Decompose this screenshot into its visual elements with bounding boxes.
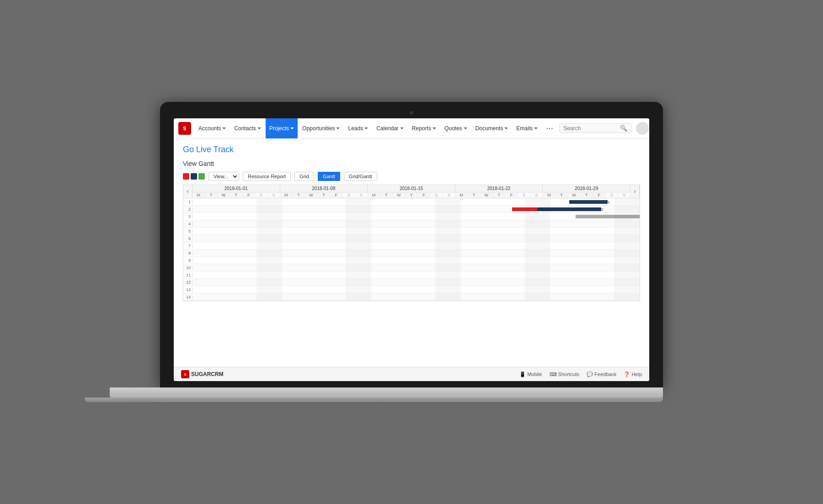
gantt-row: 55: [183, 228, 640, 235]
nav-projects[interactable]: Projects: [266, 118, 298, 138]
app-logo[interactable]: S: [178, 122, 191, 135]
weekend-shade: [435, 257, 448, 264]
weekend-shade: [269, 213, 282, 220]
shortcuts-icon: ⌨: [550, 371, 557, 377]
nav-documents[interactable]: Documents: [472, 118, 512, 138]
tab-gantt[interactable]: Gantt: [318, 172, 340, 181]
weekend-shade: [448, 242, 461, 249]
day-cell: M: [280, 192, 293, 198]
day-cell: W: [218, 192, 230, 198]
weekend-shade: [614, 279, 627, 286]
day-cell: T: [405, 192, 417, 198]
row-content: 9: [192, 257, 640, 264]
weekend-shade: [614, 220, 627, 227]
nav-more[interactable]: ⋯: [542, 118, 557, 138]
nav-opportunities[interactable]: Opportunities: [299, 118, 343, 138]
weekend-shade: [537, 213, 550, 220]
feedback-icon: 💬: [587, 371, 593, 377]
weekend-shade: [435, 249, 448, 256]
weekend-shade: [358, 228, 371, 234]
weekend-shade: [448, 264, 461, 271]
weekend-shade: [269, 235, 282, 242]
view-toolbar: View... Resource Report Grid Gantt Grid/…: [183, 172, 640, 181]
weekend-shade: [257, 206, 269, 212]
tab-resource-report[interactable]: Resource Report: [243, 172, 291, 181]
weekend-shade: [537, 242, 550, 249]
tab-grid-gantt[interactable]: Grid/Gantt: [344, 172, 377, 181]
help-icon: ❓: [624, 371, 630, 377]
nav-quotes[interactable]: Quotes: [441, 118, 471, 138]
weekend-shade: [346, 242, 358, 249]
gantt-row: 11: [183, 198, 640, 206]
day-cell: M: [455, 192, 468, 198]
nav-contacts[interactable]: Contacts: [230, 118, 264, 138]
row-content: 1: [192, 198, 640, 205]
weekend-shade: [614, 293, 627, 300]
app-footer: S SUGARCRM 📱 Mobile ⌨ Shortcuts: [174, 367, 649, 381]
search-bar[interactable]: 🔍: [559, 123, 631, 133]
nav-leads[interactable]: Leads: [344, 118, 372, 138]
weekend-shade: [435, 242, 448, 249]
tab-grid[interactable]: Grid: [294, 172, 314, 181]
nav-calendar[interactable]: Calendar: [373, 118, 407, 138]
search-input[interactable]: [563, 125, 618, 132]
weekend-shade: [448, 198, 461, 205]
weekend-shade: [346, 271, 358, 278]
weekend-shade: [614, 206, 627, 212]
day-cell: F: [505, 192, 518, 198]
gantt-row: 1414: [183, 293, 640, 301]
weekend-shade: [627, 286, 640, 293]
nav-reports[interactable]: Reports: [408, 118, 440, 138]
nav-accounts[interactable]: Accounts: [195, 118, 230, 138]
weekend-shade: [448, 286, 461, 293]
row-number: 2: [183, 207, 192, 212]
weekend-shade: [257, 213, 269, 220]
day-cell: S: [518, 192, 530, 198]
footer-feedback[interactable]: 💬 Feedback: [587, 371, 616, 377]
color-green: [198, 173, 205, 180]
row-content: 13: [192, 286, 640, 293]
gantt-chart: ‹ 2018-01-01 2018-01-08 2018-01-15 2018-…: [183, 185, 640, 301]
chevron-down-icon: [336, 127, 340, 129]
weekend-shade: [257, 242, 269, 249]
weekend-shade: [525, 257, 538, 264]
weekend-shade: [435, 198, 448, 205]
weekend-shade: [614, 228, 627, 234]
weekend-shade: [346, 279, 358, 286]
weekend-shade: [346, 206, 358, 212]
weekend-shade: [448, 279, 461, 286]
chevron-down-icon: [364, 127, 368, 129]
day-cell: S: [605, 192, 618, 198]
nav-emails[interactable]: Emails: [513, 118, 541, 138]
weekend-shade: [358, 279, 371, 286]
sugarcrm-icon: S: [181, 370, 189, 378]
weekend-shade: [537, 271, 550, 278]
day-cell: T: [318, 192, 330, 198]
weekend-shade: [537, 264, 550, 271]
view-select[interactable]: View...: [208, 172, 239, 181]
day-cell: S: [355, 192, 368, 198]
page-content: Go Live Track View Gantt View... Resourc…: [174, 138, 649, 367]
screen: S Accounts Contacts Projects: [174, 118, 649, 381]
gantt-row: 33: [183, 213, 640, 220]
footer-shortcuts[interactable]: ⌨ Shortcuts: [550, 371, 579, 377]
day-cell: T: [581, 192, 593, 198]
weekend-shade: [269, 249, 282, 256]
navbar-icons: +: [636, 122, 649, 135]
color-blue: [191, 173, 197, 180]
brand-name: SUGARCRM: [191, 371, 224, 377]
app: S Accounts Contacts Projects: [174, 118, 649, 381]
weekend-shade: [435, 279, 448, 286]
weekend-shade: [614, 264, 627, 271]
weekend-shade: [257, 279, 269, 286]
footer-mobile[interactable]: 📱 Mobile: [519, 371, 542, 377]
search-icon[interactable]: 🔍: [620, 125, 627, 132]
gantt-next-button[interactable]: ›: [631, 185, 640, 198]
weekend-shade: [257, 257, 269, 264]
weekend-shade: [257, 220, 269, 227]
gantt-prev-button[interactable]: ‹: [183, 185, 192, 198]
row-number: 1: [183, 200, 192, 204]
weekend-shade: [257, 293, 269, 300]
chevron-down-icon: [222, 127, 226, 129]
footer-help[interactable]: ❓ Help: [624, 371, 642, 377]
